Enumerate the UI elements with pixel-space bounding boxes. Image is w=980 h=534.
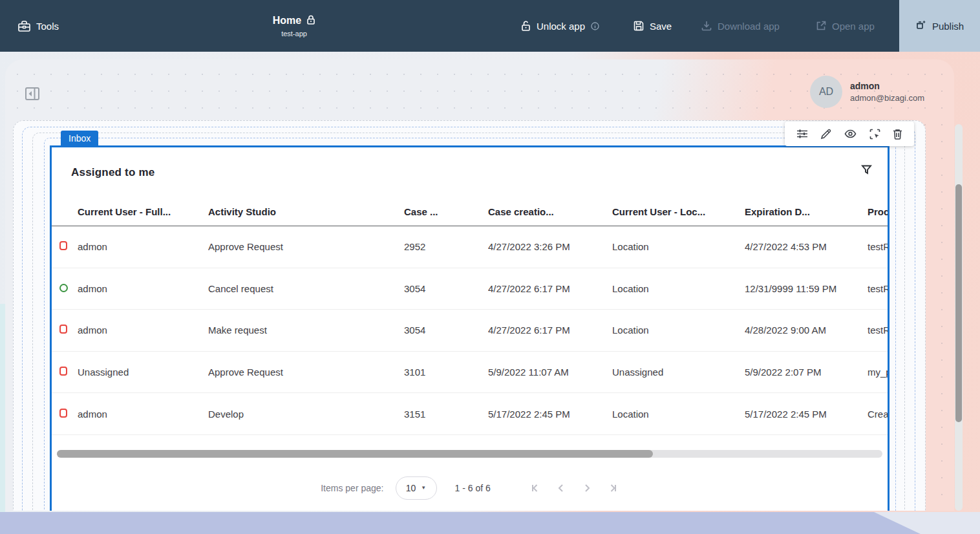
widget-title-row: Assigned to me [52, 147, 888, 197]
download-icon [701, 21, 712, 31]
cell-user: Unassigned [78, 367, 208, 378]
cell-location: Location [612, 409, 745, 420]
select-widget-icon[interactable] [869, 129, 880, 140]
status-icon [59, 241, 67, 250]
cell-creation: 5/9/2022 11:07 AM [488, 367, 612, 378]
cell-activity: Cancel request [208, 283, 404, 294]
cell-activity: Approve Request [208, 241, 404, 252]
design-canvas: AD admon admon@bizagi.com [5, 59, 954, 511]
table-row[interactable]: Unassigned Approve Request 3101 5/9/2022… [52, 352, 889, 394]
cell-location: Location [612, 325, 745, 336]
delete-icon[interactable] [893, 129, 902, 140]
column-header: Case creatio... [488, 206, 612, 217]
tools-button[interactable]: Tools [18, 0, 59, 52]
table-horizontal-scrollbar[interactable] [57, 450, 882, 458]
page-size-value: 10 [406, 483, 416, 493]
avatar: AD [810, 76, 842, 108]
last-page-button[interactable] [607, 482, 619, 494]
lock-icon [306, 15, 315, 27]
column-header: Proce [868, 206, 889, 217]
column-header: Case ... [404, 206, 488, 217]
cell-process: my_p [868, 367, 889, 378]
cell-activity: Approve Request [208, 367, 404, 378]
cell-expiration: 4/27/2022 4:53 PM [745, 241, 868, 252]
cell-process: testR1 [868, 283, 889, 294]
cell-creation: 5/17/2022 2:45 PM [488, 409, 612, 420]
download-app-button[interactable]: Download app [701, 0, 780, 52]
cell-activity: Develop [208, 409, 404, 420]
app-name-label: test-app [281, 30, 307, 37]
status-icon [59, 367, 67, 376]
open-app-button[interactable]: Open app [816, 0, 875, 52]
table-row[interactable]: admon Develop 3151 5/17/2022 2:45 PM Loc… [52, 393, 889, 435]
cell-user: admon [78, 409, 208, 420]
top-navbar: Tools Home test-app Unlock app [0, 0, 980, 52]
page-size-select[interactable]: 10 ▼ [396, 476, 437, 500]
cell-creation: 4/27/2022 6:17 PM [488, 283, 612, 294]
cell-expiration: 5/17/2022 2:45 PM [745, 409, 868, 420]
filter-icon[interactable] [861, 164, 872, 178]
cell-location: Location [612, 283, 745, 294]
status-icon [59, 409, 67, 418]
cell-process: testR1 [868, 325, 889, 336]
pager-controls [529, 482, 619, 494]
cell-process: testR1 [868, 241, 889, 252]
first-page-button[interactable] [529, 482, 541, 494]
vertical-scrollbar-thumb[interactable] [955, 184, 962, 422]
publish-icon [915, 19, 926, 32]
items-per-page-label: Items per page: [321, 483, 383, 493]
cell-expiration: 5/9/2022 2:07 PM [745, 367, 868, 378]
cell-location: Unassigned [612, 367, 745, 378]
cell-activity: Make request [208, 325, 404, 336]
inbox-tab-label: Inbox [69, 133, 91, 144]
cell-creation: 4/27/2022 6:17 PM [488, 325, 612, 336]
horizontal-scrollbar-thumb[interactable] [57, 450, 653, 458]
info-icon [591, 22, 599, 30]
column-header: Activity Studio [208, 206, 404, 217]
cell-case: 3151 [404, 409, 488, 420]
layout-settings-icon[interactable] [796, 129, 808, 139]
preview-icon[interactable] [844, 129, 857, 138]
widget-title: Assigned to me [71, 166, 154, 179]
status-icon [59, 284, 68, 292]
unlock-app-label: Unlock app [537, 21, 585, 32]
cell-case: 3054 [404, 283, 488, 294]
page-range-label: 1 - 6 of 6 [455, 483, 491, 493]
open-app-label: Open app [832, 21, 875, 32]
cell-case: 3101 [404, 367, 488, 378]
table-row[interactable]: admon Cancel request 3054 4/27/2022 6:17… [52, 268, 889, 310]
cell-user: admon [78, 241, 208, 252]
user-info: admon admon@bizagi.com [850, 81, 924, 103]
toolbox-icon [18, 21, 30, 32]
home-title-block: Home test-app [249, 0, 339, 52]
widget-toolbar [785, 122, 914, 146]
unlock-app-button[interactable]: Unlock app [521, 0, 599, 52]
left-edge-accent [0, 304, 5, 512]
tab-inbox[interactable]: Inbox [61, 131, 98, 146]
cell-expiration: 12/31/9999 11:59 PM [745, 283, 868, 294]
unlock-icon [521, 21, 531, 31]
collapse-panel-button[interactable] [25, 87, 40, 101]
cell-user: admon [78, 325, 208, 336]
user-name: admon [850, 81, 924, 91]
save-icon [634, 21, 644, 31]
tools-label: Tools [36, 21, 59, 32]
save-button[interactable]: Save [634, 0, 672, 52]
cell-expiration: 4/28/2022 9:00 AM [745, 325, 868, 336]
cell-process: Creat [868, 409, 889, 420]
status-icon [59, 325, 67, 334]
cell-location: Location [612, 241, 745, 252]
user-menu[interactable]: AD admon admon@bizagi.com [810, 76, 924, 108]
publish-button[interactable]: Publish [899, 0, 980, 52]
cell-creation: 4/27/2022 3:26 PM [488, 241, 612, 252]
column-header: Current User - Loc... [612, 206, 745, 217]
chevron-down-icon: ▼ [421, 485, 426, 491]
previous-page-button[interactable] [555, 482, 567, 494]
table-row[interactable]: admon Make request 3054 4/27/2022 6:17 P… [52, 310, 889, 352]
table-row[interactable]: admon Approve Request 2952 4/27/2022 3:2… [52, 226, 889, 268]
open-external-icon [816, 21, 826, 31]
edit-icon[interactable] [820, 129, 831, 140]
inbox-widget[interactable]: Assigned to me Current User - Full... Ac… [50, 145, 889, 511]
cell-user: admon [78, 283, 208, 294]
next-page-button[interactable] [581, 482, 593, 494]
